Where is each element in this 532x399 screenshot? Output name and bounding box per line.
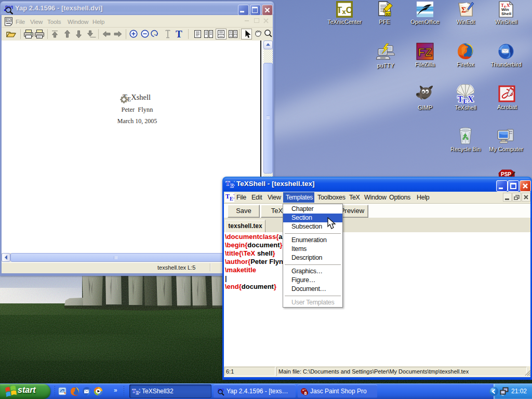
svg-text:Σ: Σ <box>461 6 466 14</box>
svg-text:T: T <box>176 29 182 39</box>
svg-text:Shell: Shell <box>501 11 511 16</box>
svg-text:PSP: PSP <box>501 171 511 177</box>
svg-text:32: 32 <box>385 12 390 17</box>
svg-text:8: 8 <box>304 391 307 396</box>
svg-text:TEX: TEX <box>225 193 234 202</box>
svg-text:DVI: DVI <box>6 19 11 22</box>
svg-text:FZ: FZ <box>418 46 432 59</box>
svg-text:TEX: TEX <box>132 388 140 395</box>
svg-text:TEX: TEX <box>225 180 235 189</box>
